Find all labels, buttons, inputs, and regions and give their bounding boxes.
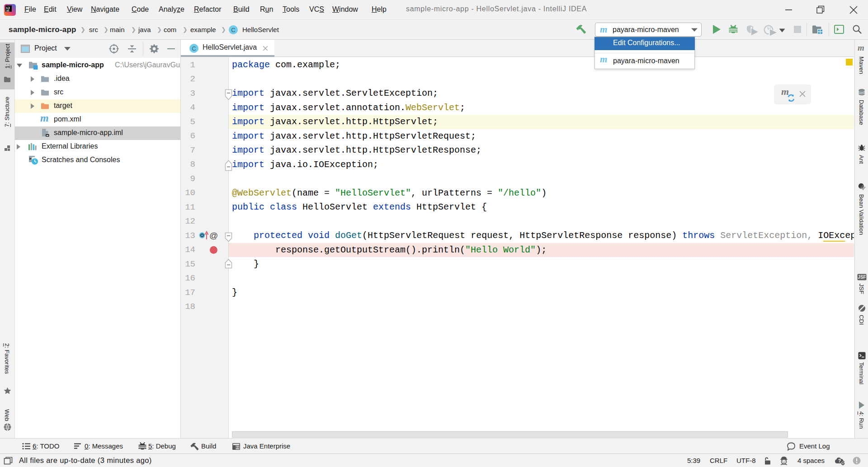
svg-text:JSF: JSF bbox=[858, 275, 866, 280]
svg-text:C: C bbox=[231, 27, 235, 33]
svg-text:?: ? bbox=[838, 458, 841, 463]
svg-text:IJ: IJ bbox=[6, 6, 10, 10]
svg-text:C: C bbox=[192, 45, 196, 52]
svg-text:EE: EE bbox=[236, 446, 240, 449]
